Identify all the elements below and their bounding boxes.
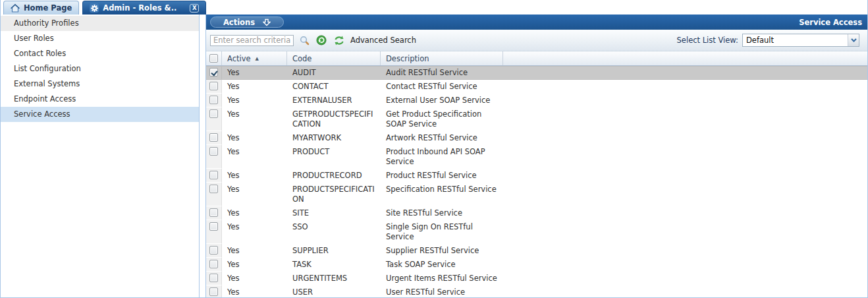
row-checkbox-cell xyxy=(206,272,222,285)
row-checkbox[interactable] xyxy=(209,260,218,268)
select-all-checkbox[interactable] xyxy=(209,54,218,63)
table-row[interactable]: Yes PRODUCTSPECIFICATION Specification R… xyxy=(206,183,867,206)
cell-description: Artwork RESTful Service xyxy=(381,131,503,145)
cell-description: Product RESTful Service xyxy=(381,169,503,183)
cell-code: PRODUCTSPECIFICATION xyxy=(287,183,381,206)
action-bar: Actions Service Access xyxy=(206,15,867,30)
sync-icon[interactable] xyxy=(333,36,345,45)
row-checkbox[interactable] xyxy=(209,185,218,193)
search-input[interactable] xyxy=(210,35,294,46)
sidebar-item-external-systems[interactable]: External Systems xyxy=(1,76,199,92)
cell-filler xyxy=(503,258,867,272)
table-row[interactable]: Yes PRODUCTRECORD Product RESTful Servic… xyxy=(206,169,867,183)
cell-code: URGENTITEMS xyxy=(287,272,381,285)
tab-admin-label: Admin - Roles &.. xyxy=(103,3,176,13)
cell-filler xyxy=(503,183,867,206)
row-checkbox[interactable] xyxy=(209,274,218,282)
tab-home-page[interactable]: Home Page xyxy=(3,1,79,15)
cell-code: USER xyxy=(287,285,381,297)
sidebar-item-endpoint-access[interactable]: Endpoint Access xyxy=(1,92,199,107)
row-checkbox[interactable] xyxy=(209,147,218,156)
row-checkbox-cell xyxy=(206,107,222,131)
sidebar-item-authority-profiles[interactable]: Authority Profiles xyxy=(1,16,199,31)
cell-description: Site RESTful Service xyxy=(381,206,503,220)
column-header-description[interactable]: Description xyxy=(381,51,503,65)
cell-code: PRODUCT xyxy=(287,145,381,169)
table-row[interactable]: Yes SITE Site RESTful Service xyxy=(206,206,867,220)
table-row[interactable]: Yes TASK Task SOAP Service xyxy=(206,258,867,272)
cell-filler xyxy=(503,94,867,107)
sidebar-item-service-access[interactable]: Service Access xyxy=(1,107,199,122)
cell-filler xyxy=(503,131,867,145)
search-icon[interactable] xyxy=(299,35,310,45)
cell-filler xyxy=(503,169,867,183)
table-row[interactable]: Yes USER User RESTful Service xyxy=(206,285,867,297)
row-checkbox[interactable] xyxy=(209,82,218,90)
close-icon[interactable]: X xyxy=(190,4,199,13)
row-checkbox[interactable] xyxy=(209,96,218,104)
row-checkbox[interactable] xyxy=(209,222,218,231)
row-checkbox[interactable] xyxy=(209,109,218,118)
cell-active: Yes xyxy=(222,145,287,169)
list-view-dropdown[interactable]: Default xyxy=(742,34,859,47)
refresh-icon[interactable] xyxy=(316,35,327,45)
advanced-search-link[interactable]: Advanced Search xyxy=(350,36,416,45)
cell-code: MYARTWORK xyxy=(287,131,381,145)
table-row[interactable]: Yes SSO Single Sign On RESTful Service xyxy=(206,220,867,244)
table-row[interactable]: Yes URGENTITEMS Urgent Items RESTful Ser… xyxy=(206,272,867,285)
cell-active: Yes xyxy=(222,183,287,206)
actions-button[interactable]: Actions xyxy=(210,16,284,28)
row-checkbox[interactable] xyxy=(209,287,218,296)
cell-code: SSO xyxy=(287,220,381,244)
sidebar-item-list-configuration[interactable]: List Configuration xyxy=(1,61,199,76)
cell-code: SUPPLIER xyxy=(287,244,381,258)
cell-active: Yes xyxy=(222,258,287,272)
table-row[interactable]: Yes AUDIT Audit RESTful Service xyxy=(206,66,867,80)
service-access-table: Active ▲ Code Description Yes AUDIT Audi… xyxy=(206,51,867,297)
cell-description: Specification RESTful Service xyxy=(381,183,503,206)
row-checkbox[interactable] xyxy=(209,246,218,254)
cell-active: Yes xyxy=(222,66,287,80)
row-checkbox[interactable] xyxy=(209,133,218,142)
cell-active: Yes xyxy=(222,80,287,94)
table-row[interactable]: Yes GETPRODUCTSPECIFICATION Get Product … xyxy=(206,107,867,131)
column-header-filler xyxy=(503,51,867,65)
cell-filler xyxy=(503,206,867,220)
cell-code: SITE xyxy=(287,206,381,220)
content-area: Authority ProfilesUser RolesContact Role… xyxy=(1,15,867,298)
cell-filler xyxy=(503,285,867,297)
cell-filler xyxy=(503,145,867,169)
row-checkbox[interactable] xyxy=(209,68,218,76)
table-row[interactable]: Yes PRODUCT Product Inbound API SOAP Ser… xyxy=(206,145,867,169)
gear-icon xyxy=(90,3,99,13)
row-checkbox[interactable] xyxy=(209,208,218,217)
table-row[interactable]: Yes MYARTWORK Artwork RESTful Service xyxy=(206,131,867,145)
row-checkbox-cell xyxy=(206,183,222,206)
tab-bar: Home Page Admin - Roles &.. X xyxy=(1,0,867,15)
row-checkbox-cell xyxy=(206,94,222,107)
column-header-code[interactable]: Code xyxy=(287,51,381,65)
table-row[interactable]: Yes SUPPLIER Supplier RESTful Service xyxy=(206,244,867,258)
cell-active: Yes xyxy=(222,107,287,131)
column-header-active[interactable]: Active ▲ xyxy=(222,51,287,65)
header-checkbox-cell xyxy=(206,51,222,65)
cell-filler xyxy=(503,244,867,258)
row-checkbox[interactable] xyxy=(209,171,218,179)
cell-description: Single Sign On RESTful Service xyxy=(381,220,503,244)
tab-admin-roles[interactable]: Admin - Roles &.. X xyxy=(82,1,206,15)
row-checkbox-cell xyxy=(206,206,222,220)
row-checkbox-cell xyxy=(206,66,222,80)
sidebar-item-user-roles[interactable]: User Roles xyxy=(1,31,199,46)
page-title: Service Access xyxy=(799,18,862,27)
cell-code: EXTERNALUSER xyxy=(287,94,381,107)
tab-home-label: Home Page xyxy=(24,3,72,13)
table-row[interactable]: Yes EXTERNALUSER External User SOAP Serv… xyxy=(206,94,867,107)
cell-active: Yes xyxy=(222,169,287,183)
cell-description: Urgent Items RESTful Service xyxy=(381,272,503,285)
sidebar-item-contact-roles[interactable]: Contact Roles xyxy=(1,46,199,61)
table-row[interactable]: Yes CONTACT Contact RESTful Service xyxy=(206,80,867,94)
cell-description: Task SOAP Service xyxy=(381,258,503,272)
chevron-down-icon[interactable] xyxy=(848,34,859,46)
row-checkbox-cell xyxy=(206,169,222,183)
cell-filler xyxy=(503,66,867,80)
